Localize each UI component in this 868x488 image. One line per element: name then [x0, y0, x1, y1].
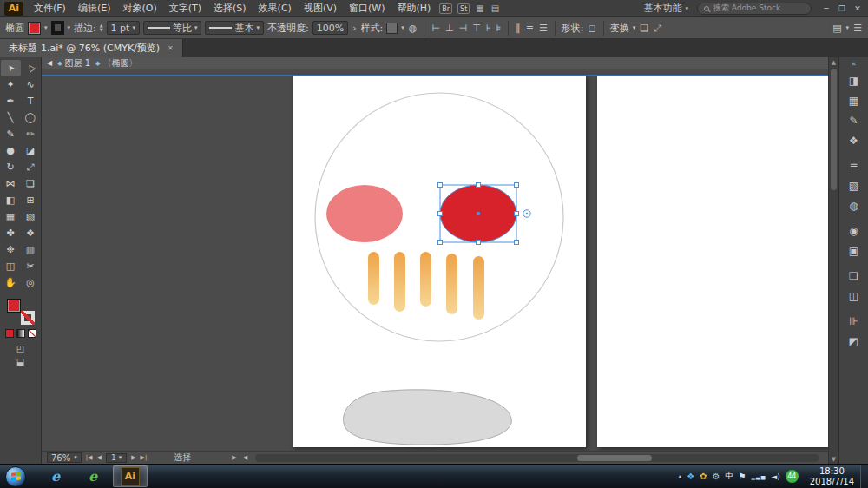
- tooth-bar-3[interactable]: [420, 252, 431, 307]
- stroke-swatch[interactable]: [21, 311, 35, 325]
- pasteboard[interactable]: [42, 69, 828, 451]
- align-right-icon[interactable]: ⊣: [458, 23, 469, 34]
- opacity-chevron-icon[interactable]: ›: [352, 23, 357, 34]
- clock[interactable]: 18:30 2018/7/14: [810, 466, 854, 487]
- handle-bottom-center[interactable]: [477, 241, 481, 245]
- gradient-panel-icon[interactable]: ▧: [843, 175, 865, 195]
- first-artboard-button[interactable]: |◀: [86, 454, 93, 461]
- handle-top-right[interactable]: [515, 183, 519, 188]
- transparency-panel-icon[interactable]: ◍: [843, 195, 865, 215]
- symbols-panel-icon[interactable]: ❖: [843, 130, 865, 150]
- horizontal-scrollbar[interactable]: [255, 454, 819, 462]
- brush-definition-dropdown[interactable]: 基本 ▾: [205, 21, 264, 35]
- tooth-bar-5[interactable]: [473, 256, 484, 320]
- pen-tool[interactable]: ✒: [1, 93, 21, 109]
- handle-top-left[interactable]: [438, 183, 443, 188]
- volume-icon[interactable]: ◄): [771, 472, 779, 481]
- stepper-down-icon[interactable]: ▼: [100, 28, 103, 32]
- document-setup-globe-icon[interactable]: ◍: [408, 23, 418, 34]
- free-transform-tool[interactable]: ❏: [21, 175, 41, 192]
- menu-file[interactable]: 文件(F): [28, 2, 72, 15]
- document-layout-icon[interactable]: ▤: [491, 3, 499, 13]
- eraser-tool[interactable]: ◪: [21, 142, 41, 159]
- tooth-bar-2[interactable]: [394, 252, 405, 312]
- pathfinder-panel-icon[interactable]: ◩: [843, 331, 865, 351]
- panel-options-icon[interactable]: ▤: [832, 23, 842, 34]
- stroke-weight-chevron-icon[interactable]: ▾: [132, 24, 135, 31]
- blend-tool[interactable]: ❖: [21, 225, 41, 241]
- fill-color-swatch[interactable]: [28, 22, 41, 35]
- workspace-switcher[interactable]: 基本功能 ▾: [643, 2, 688, 15]
- vertical-scroll-thumb[interactable]: [831, 69, 837, 190]
- column-graph-tool[interactable]: ▥: [21, 241, 41, 258]
- perspective-grid-tool[interactable]: ⊞: [21, 192, 41, 208]
- arrange-documents-icon[interactable]: ▦: [476, 3, 483, 13]
- handle-top-center[interactable]: [477, 183, 481, 188]
- prev-artboard-button[interactable]: ◀: [97, 454, 102, 461]
- type-tool[interactable]: T: [21, 93, 41, 109]
- artboard-number-field[interactable]: 1 ▾: [106, 453, 127, 463]
- line-segment-tool[interactable]: ╲: [1, 109, 21, 126]
- selection-tool[interactable]: ➤: [1, 60, 21, 76]
- app-logo-icon[interactable]: Ai: [4, 2, 23, 16]
- ellipse-tool[interactable]: ◯: [21, 109, 41, 126]
- swatches-panel-icon[interactable]: ▦: [843, 90, 865, 110]
- appearance-panel-icon[interactable]: ◉: [843, 221, 865, 241]
- mesh-tool[interactable]: ▦: [1, 208, 21, 225]
- artboards-panel-icon[interactable]: ◫: [843, 286, 865, 306]
- status-arrow-right-icon[interactable]: ▶: [232, 454, 236, 461]
- brushes-panel-icon[interactable]: ✎: [843, 110, 865, 130]
- align-panel-icon[interactable]: ⊪: [843, 311, 865, 331]
- search-box[interactable]: 搜索 Adobe Stock: [697, 3, 812, 15]
- bridge-icon[interactable]: Br: [439, 3, 452, 14]
- shape-builder-tool[interactable]: ◧: [1, 192, 21, 208]
- handle-mid-right[interactable]: [515, 212, 519, 216]
- menu-help[interactable]: 帮助(H): [391, 2, 437, 15]
- direct-selection-tool[interactable]: ▷: [21, 60, 41, 76]
- paintbrush-tool[interactable]: ✎: [1, 126, 21, 142]
- style-swatch[interactable]: [386, 23, 398, 34]
- breadcrumb-object[interactable]: ◆ 〈椭圆〉: [95, 57, 137, 69]
- tray-app-2-icon[interactable]: ✿: [700, 472, 707, 481]
- menu-edit[interactable]: 编辑(E): [72, 2, 117, 15]
- scale-tool[interactable]: ⤢: [21, 159, 41, 175]
- distribute-spacing-icon[interactable]: ☰: [538, 23, 549, 34]
- center-point[interactable]: [477, 212, 481, 216]
- align-left-icon[interactable]: ⊢: [431, 23, 441, 34]
- gradient-button[interactable]: [16, 329, 25, 338]
- distribute-h-icon[interactable]: ∥: [515, 23, 522, 34]
- width-profile-dropdown[interactable]: 等比 ▾: [143, 21, 202, 35]
- taskbar-illustrator[interactable]: Ai: [113, 465, 148, 487]
- zoom-tool[interactable]: ◎: [21, 274, 41, 291]
- document-tab[interactable]: 未标题-1.ai* @ 76% (CMYK/预览) ✕: [0, 39, 183, 57]
- eyedropper-tool[interactable]: ✤: [1, 225, 21, 241]
- menu-select[interactable]: 选择(S): [207, 2, 253, 15]
- menu-window[interactable]: 窗口(W): [343, 2, 391, 15]
- scale-corners-icon[interactable]: ⤢: [653, 23, 662, 34]
- network-icon[interactable]: ▁▃▅: [751, 473, 766, 479]
- menu-effect[interactable]: 效果(C): [253, 2, 298, 15]
- left-eye-ellipse[interactable]: [326, 185, 403, 242]
- close-button[interactable]: ✕: [850, 4, 865, 13]
- show-desktop-button[interactable]: [860, 465, 868, 488]
- control-menu-icon[interactable]: ☰: [852, 23, 863, 34]
- scroll-down-icon[interactable]: ▼: [829, 454, 838, 464]
- chin-shape[interactable]: [344, 390, 512, 445]
- screen-mode-button[interactable]: ⬓: [16, 357, 24, 366]
- horizontal-scroll-thumb[interactable]: [577, 455, 652, 461]
- tab-close-icon[interactable]: ✕: [168, 44, 174, 52]
- next-artboard-button[interactable]: ▶: [131, 454, 135, 461]
- stroke-weight-stepper[interactable]: ▲ ▼: [100, 23, 103, 32]
- stroke-weight-field[interactable]: 1 pt ▾: [107, 21, 140, 35]
- fill-chevron-icon[interactable]: ▾: [44, 24, 48, 31]
- taskbar-internet-explorer[interactable]: e: [38, 465, 73, 487]
- none-button[interactable]: [28, 329, 36, 338]
- color-panel-icon[interactable]: ◨: [843, 70, 865, 90]
- vertical-scrollbar[interactable]: ▲ ▼: [828, 57, 838, 464]
- panel-options-chevron-icon[interactable]: ▾: [846, 24, 850, 31]
- breadcrumb-layer[interactable]: ◆ 图层 1: [57, 57, 90, 69]
- menu-type[interactable]: 文字(T): [163, 2, 207, 15]
- handle-mid-left[interactable]: [438, 212, 443, 216]
- security-badge[interactable]: 44: [786, 470, 799, 483]
- align-top-icon[interactable]: ⊤: [471, 23, 482, 34]
